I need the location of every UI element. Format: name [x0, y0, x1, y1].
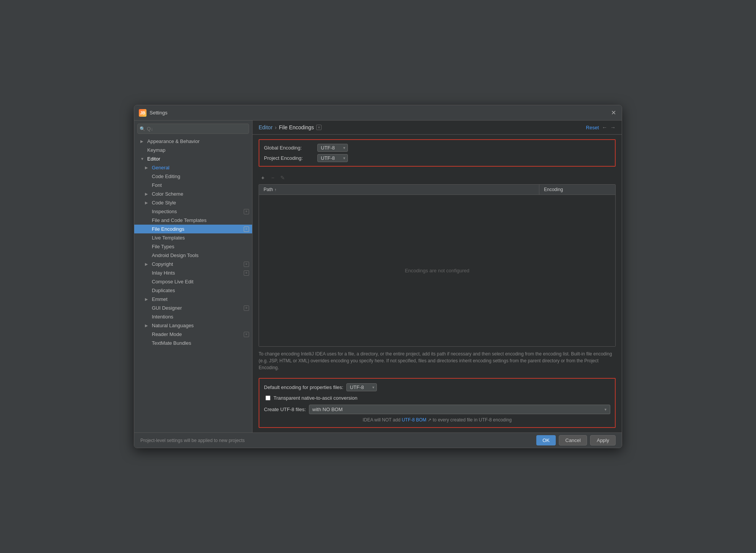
sidebar-item-compose-live-edit[interactable]: Compose Live Edit: [134, 277, 252, 286]
add-button[interactable]: +: [259, 174, 267, 182]
expand-arrow-icon: ▶: [145, 262, 150, 266]
sidebar-item-label: Color Scheme: [152, 191, 249, 197]
reset-button[interactable]: Reset: [586, 125, 599, 130]
sidebar-item-label: TextMate Bundles: [152, 340, 249, 346]
sidebar-item-label: Android Design Tools: [152, 252, 249, 258]
edit-button[interactable]: ✎: [278, 174, 287, 182]
default-encoding-select[interactable]: UTF-8: [346, 383, 377, 391]
sidebar-item-label: Compose Live Edit: [152, 279, 249, 285]
remove-button[interactable]: −: [269, 174, 277, 182]
transparent-conversion-label: Transparent native-to-ascii conversion: [273, 395, 357, 401]
sidebar-item-general[interactable]: ▶ General: [134, 163, 252, 172]
transparent-conversion-checkbox[interactable]: [265, 395, 270, 400]
global-encoding-select-wrap: UTF-8: [317, 144, 348, 152]
close-button[interactable]: ✕: [610, 109, 617, 117]
sidebar-item-file-code-templates[interactable]: File and Code Templates: [134, 216, 252, 225]
expand-arrow-icon: ▶: [145, 201, 150, 205]
encodings-table: Path ↑ Encoding Encodings are not config…: [259, 184, 616, 347]
info-text: To change encoding IntelliJ IDEA uses fo…: [253, 347, 622, 375]
sidebar-item-label: Emmet: [152, 296, 249, 302]
title-bar: JB Settings ✕: [134, 105, 622, 121]
encoding-column-header: Encoding: [539, 185, 615, 195]
sidebar-item-label: Natural Languages: [152, 323, 249, 328]
note-suffix: ↗ to every created file in UTF-8 encodin…: [428, 417, 512, 423]
sidebar-item-file-types[interactable]: File Types: [134, 242, 252, 251]
sidebar-item-gui-designer[interactable]: GUI Designer ≡: [134, 304, 252, 312]
sidebar-item-label: Appearance & Behavior: [147, 138, 249, 144]
forward-button[interactable]: →: [610, 124, 616, 130]
settings-badge: ≡: [244, 209, 249, 214]
create-utf8-row: Create UTF-8 files: with NO BOM: [264, 405, 610, 414]
sidebar-item-label: Inlay Hints: [152, 270, 244, 276]
right-panel: Editor › File Encodings ≡ Reset ← → Glob…: [253, 121, 622, 432]
sidebar-item-label: Code Editing: [152, 174, 249, 179]
sidebar-item-code-style[interactable]: ▶ Code Style: [134, 198, 252, 207]
sidebar-item-copyright[interactable]: ▶ Copyright ≡: [134, 260, 252, 268]
app-icon: JB: [139, 109, 146, 117]
table-toolbar: + − ✎: [253, 171, 622, 184]
sidebar-item-emmet[interactable]: ▶ Emmet: [134, 295, 252, 304]
settings-badge: ≡: [244, 332, 249, 337]
ok-button[interactable]: OK: [536, 435, 556, 445]
sidebar-item-inlay-hints[interactable]: Inlay Hints ≡: [134, 268, 252, 277]
main-content: 🔍 ▶ Appearance & Behavior Keymap ▼ Edito…: [134, 121, 622, 432]
create-utf8-select[interactable]: with NO BOM: [309, 405, 610, 414]
sidebar-item-file-encodings[interactable]: File Encodings ≡: [134, 225, 252, 233]
expand-arrow-icon: ▼: [140, 157, 146, 161]
project-encoding-select[interactable]: UTF-8: [317, 154, 348, 162]
sidebar-item-label: Reader Mode: [152, 331, 244, 337]
project-settings-info: Project-level settings will be applied t…: [140, 438, 244, 443]
panel-actions: Reset ← →: [586, 124, 616, 130]
breadcrumb-separator: ›: [275, 124, 277, 130]
table-body: Encodings are not configured: [259, 195, 615, 346]
back-button[interactable]: ←: [602, 124, 607, 130]
search-icon: 🔍: [140, 126, 145, 132]
sidebar-item-label: Live Templates: [152, 235, 249, 241]
sidebar-item-keymap[interactable]: Keymap: [134, 146, 252, 154]
sidebar-item-color-scheme[interactable]: ▶ Color Scheme: [134, 190, 252, 198]
project-encoding-select-wrap: UTF-8: [317, 154, 348, 162]
global-encoding-select[interactable]: UTF-8: [317, 144, 348, 152]
sidebar-item-label: Copyright: [152, 261, 244, 267]
table-header: Path ↑ Encoding: [259, 185, 615, 195]
sidebar-item-label: Editor: [147, 156, 249, 162]
sidebar-item-label: Inspections: [152, 209, 244, 214]
dialog-title: Settings: [150, 110, 167, 116]
project-encoding-row: Project Encoding: UTF-8: [264, 154, 610, 162]
note-prefix: IDEA will NOT add: [363, 417, 401, 423]
sidebar-item-label: Font: [152, 182, 249, 188]
sidebar-item-duplicates[interactable]: Duplicates: [134, 286, 252, 295]
expand-arrow-icon: ▶: [145, 297, 150, 301]
sidebar-item-android-design-tools[interactable]: Android Design Tools: [134, 251, 252, 260]
search-input[interactable]: [137, 124, 249, 134]
create-utf8-label: Create UTF-8 files:: [264, 407, 306, 412]
sidebar-item-intentions[interactable]: Intentions: [134, 312, 252, 321]
sidebar-item-reader-mode[interactable]: Reader Mode ≡: [134, 330, 252, 339]
utf8-bom-link[interactable]: UTF-8 BOM: [402, 417, 426, 423]
apply-button[interactable]: Apply: [590, 435, 616, 445]
breadcrumb: Editor › File Encodings ≡: [259, 124, 322, 130]
sidebar-item-label: File Types: [152, 244, 249, 249]
empty-state-text: Encodings are not configured: [405, 268, 469, 273]
expand-arrow-icon: ▶: [145, 323, 150, 328]
sidebar-item-label: General: [152, 165, 249, 170]
panel-body: Global Encoding: UTF-8 Project Encoding:…: [253, 135, 622, 432]
bom-note: IDEA will NOT add UTF-8 BOM ↗ to every c…: [264, 417, 610, 423]
breadcrumb-parent[interactable]: Editor: [259, 124, 273, 130]
transparent-conversion-row: Transparent native-to-ascii conversion: [264, 395, 610, 401]
sidebar-item-label: Intentions: [152, 314, 249, 320]
sidebar-item-natural-languages[interactable]: ▶ Natural Languages: [134, 321, 252, 330]
default-encoding-label: Default encoding for properties files:: [264, 384, 343, 390]
breadcrumb-current: File Encodings: [279, 124, 314, 130]
sidebar-item-inspections[interactable]: Inspections ≡: [134, 207, 252, 216]
sidebar-item-live-templates[interactable]: Live Templates: [134, 233, 252, 242]
sidebar-item-label: Keymap: [147, 147, 249, 153]
cancel-button[interactable]: Cancel: [559, 435, 587, 445]
sidebar-item-font[interactable]: Font: [134, 181, 252, 190]
sidebar-item-textmate-bundles[interactable]: TextMate Bundles: [134, 339, 252, 347]
sidebar-item-editor[interactable]: ▼ Editor: [134, 154, 252, 163]
project-encoding-label: Project Encoding:: [264, 155, 314, 161]
expand-arrow-icon: ▶: [145, 192, 150, 196]
sidebar-item-appearance[interactable]: ▶ Appearance & Behavior: [134, 137, 252, 146]
sidebar-item-code-editing[interactable]: Code Editing: [134, 172, 252, 181]
